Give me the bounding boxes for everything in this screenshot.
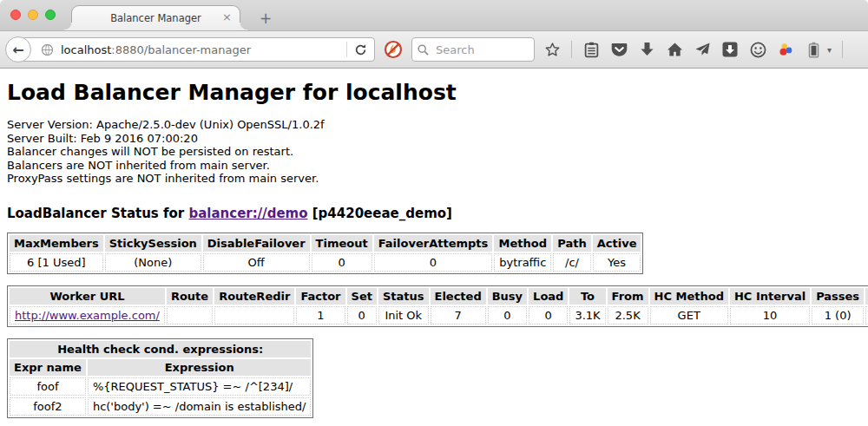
plugin-block-icon[interactable] <box>384 40 403 59</box>
cell-hc-method: GET <box>650 306 728 324</box>
battery-icon[interactable] <box>805 41 822 58</box>
cell-expr-name: foof2 <box>10 397 86 416</box>
send-plane-icon[interactable] <box>694 41 711 58</box>
cell-passes: 1 (0) <box>812 306 864 324</box>
page-content: Load Balancer Manager for localhost Serv… <box>0 69 868 425</box>
cell-active: Yes <box>593 253 641 272</box>
search-input[interactable] <box>434 43 529 57</box>
new-tab-button[interactable]: + <box>256 10 275 27</box>
header-cell: Passes <box>812 288 864 305</box>
browser-window: Balancer Manager × + ← localhost:8880/ba… <box>0 0 868 426</box>
dropdown-caret-icon[interactable]: ▾ <box>827 45 832 55</box>
server-built-line: Server Built: Feb 9 2016 07:00:20 <box>7 132 861 146</box>
back-button[interactable]: ← <box>5 36 31 62</box>
header-cell: Expr name <box>10 359 86 376</box>
balancer-demo-link[interactable]: balancer://demo <box>188 206 307 221</box>
bookmark-star-icon[interactable] <box>543 41 561 58</box>
reload-button[interactable] <box>352 43 374 56</box>
header-cell: Set <box>347 288 377 305</box>
worker-url-link[interactable]: http://www.example.com/ <box>15 309 160 322</box>
tab-balancer-manager[interactable]: Balancer Manager × <box>71 5 240 30</box>
cell-route <box>167 306 213 324</box>
cell-hc-interval: 10 <box>730 306 810 324</box>
cell-set: 0 <box>347 306 377 324</box>
url-path: :8880/balancer-manager <box>111 43 251 56</box>
cell-expression: %{REQUEST_STATUS} =~ /^[234]/ <box>88 377 312 396</box>
header-cell: Busy <box>488 288 527 305</box>
toolbar-separator <box>571 41 572 58</box>
colored-dots-icon[interactable] <box>777 41 794 58</box>
proxypass-note-line: ProxyPass settings are NOT inherited fro… <box>7 172 861 186</box>
persist-note-line: Balancer changes will NOT be persisted o… <box>7 145 861 159</box>
urlbar-separator <box>346 42 347 57</box>
worker-table: Worker URL Route RouteRedir Factor Set S… <box>7 285 868 327</box>
search-bar[interactable] <box>411 37 535 62</box>
table-header-row: MaxMembers StickySession DisableFailover… <box>10 235 641 252</box>
status-heading-prefix: LoadBalancer Status for <box>7 206 188 221</box>
cell-to: 3.1K <box>569 306 605 324</box>
minimize-window-button[interactable] <box>28 10 38 20</box>
table-row: 6 [1 Used] (None) Off 0 0 bytraffic /c/ … <box>10 253 641 272</box>
header-cell: Expression <box>88 359 312 376</box>
header-cell: To <box>569 288 605 305</box>
header-cell: Timeout <box>312 235 372 252</box>
tab-close-icon[interactable]: × <box>222 11 232 23</box>
globe-icon <box>41 43 54 56</box>
home-icon[interactable] <box>666 41 683 58</box>
navigation-toolbar: ← localhost:8880/balancer-manager <box>0 31 868 69</box>
header-cell: Path <box>553 235 590 252</box>
header-cell: Method <box>494 235 551 252</box>
header-cell: Elected <box>431 288 486 305</box>
url-bar[interactable]: localhost:8880/balancer-manager <box>17 37 375 62</box>
cell-path: /c/ <box>553 253 590 272</box>
title-bar: Balancer Manager × + <box>0 0 868 31</box>
header-cell: RouteRedir <box>214 288 294 305</box>
balancer-summary-table: MaxMembers StickySession DisableFailover… <box>7 233 643 274</box>
header-cell: Route <box>167 288 213 305</box>
cell-elected: 7 <box>431 306 486 324</box>
traffic-lights <box>10 10 56 20</box>
search-icon <box>418 44 429 56</box>
cell-disablefailover: Off <box>203 253 310 272</box>
health-table-title: Health check cond. expressions: <box>10 341 311 357</box>
loadbalancer-status-heading: LoadBalancer Status for balancer://demo … <box>7 206 861 221</box>
video-download-icon[interactable] <box>721 41 739 58</box>
cell-expr-name: foof <box>10 377 86 396</box>
header-cell: Status <box>378 288 429 305</box>
header-cell: HC Method <box>650 288 728 305</box>
cell-routeredir <box>214 306 294 324</box>
table-row: foof2 hc('body') =~ /domain is establish… <box>10 397 311 416</box>
downloads-icon[interactable] <box>638 41 655 58</box>
cell-timeout: 0 <box>312 253 372 272</box>
cell-stickysession: (None) <box>105 253 201 272</box>
header-cell: Worker URL <box>10 288 165 305</box>
bookmarks-clipboard-icon[interactable] <box>582 41 600 58</box>
url-host: localhost <box>61 43 111 56</box>
url-text: localhost:8880/balancer-manager <box>61 43 346 56</box>
header-cell: Load <box>529 288 568 305</box>
feedback-smiley-icon[interactable] <box>749 41 766 58</box>
header-cell: MaxMembers <box>10 235 103 252</box>
cell-busy: 0 <box>488 306 527 324</box>
server-info: Server Version: Apache/2.5.0-dev (Unix) … <box>7 118 861 186</box>
header-cell: Factor <box>296 288 345 305</box>
header-cell: HC Interval <box>730 288 810 305</box>
cell-status: Init Ok <box>378 306 429 324</box>
cell-worker-url: http://www.example.com/ <box>10 306 165 324</box>
menu-hamburger-icon[interactable] <box>853 41 868 58</box>
server-version-line: Server Version: Apache/2.5.0-dev (Unix) … <box>7 118 861 132</box>
cell-expression: hc('body') =~ /domain is established/ <box>88 397 312 416</box>
header-cell: StickySession <box>105 235 201 252</box>
table-header-row: Worker URL Route RouteRedir Factor Set S… <box>10 288 868 305</box>
cell-from: 2.5K <box>608 306 648 324</box>
cell-factor: 1 <box>296 306 345 324</box>
toolbar-icons: ▾ <box>543 41 868 58</box>
close-window-button[interactable] <box>10 10 21 20</box>
cell-load: 0 <box>529 306 568 324</box>
header-cell: FailoverAttempts <box>374 235 493 252</box>
cell-maxmembers: 6 [1 Used] <box>10 253 103 272</box>
pocket-icon[interactable] <box>610 41 628 58</box>
header-cell: From <box>608 288 648 305</box>
table-header-row: Expr name Expression <box>10 359 311 376</box>
zoom-window-button[interactable] <box>45 10 56 20</box>
